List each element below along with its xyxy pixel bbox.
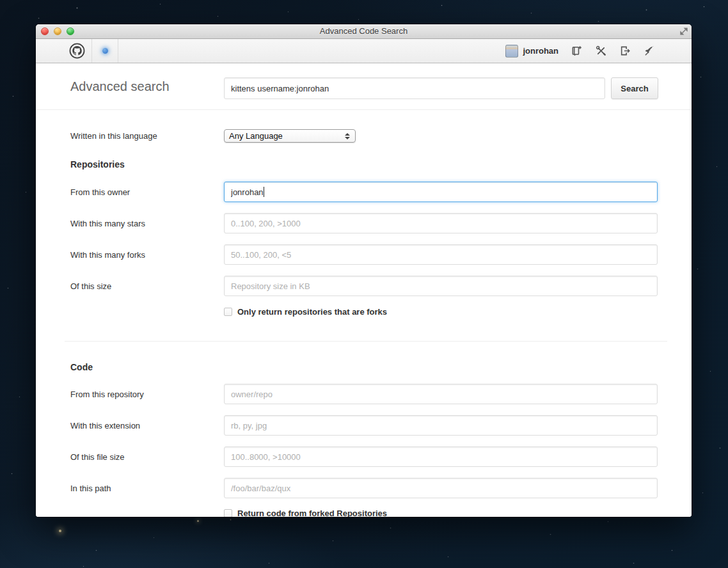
avatar[interactable] (505, 45, 518, 58)
username[interactable]: jonrohan (523, 46, 558, 56)
minimize-button[interactable] (54, 28, 61, 35)
forked-code-checkbox[interactable] (224, 509, 232, 517)
stars-label: With this many stars (70, 219, 145, 228)
user-menu[interactable]: jonrohan (505, 45, 558, 58)
bright-star (197, 520, 199, 522)
extension-input[interactable] (224, 415, 658, 436)
tools-icon[interactable] (595, 45, 607, 57)
repository-input[interactable] (224, 384, 658, 404)
section-divider (36, 109, 692, 110)
path-label: In this path (70, 484, 111, 493)
bright-star (59, 530, 61, 532)
file-size-input[interactable] (224, 446, 658, 467)
text-caret (264, 187, 264, 197)
repository-label: From this repository (70, 390, 144, 399)
path-input[interactable] (224, 478, 658, 498)
owner-input[interactable] (224, 182, 658, 202)
repo-size-label: Of this size (70, 281, 111, 291)
github-logo-icon[interactable] (69, 43, 85, 59)
owner-label: From this owner (70, 187, 130, 197)
language-select-value: Any Language (229, 131, 345, 141)
search-button[interactable]: Search (611, 77, 658, 99)
forks-only-checkbox[interactable] (224, 308, 232, 316)
create-repo-icon[interactable] (571, 45, 583, 57)
app-window: Advanced Code Search (36, 24, 692, 517)
repo-size-input[interactable] (224, 276, 658, 296)
github-header: jonrohan (36, 39, 692, 63)
forks-label: With this many forks (70, 250, 145, 260)
section-divider (65, 341, 667, 342)
select-stepper-icon (345, 133, 350, 139)
forked-code-checkbox-label[interactable]: Return code from forked Repositories (237, 509, 387, 517)
stars-input[interactable] (224, 213, 658, 233)
close-button[interactable] (41, 28, 49, 35)
notification-dot-icon[interactable] (102, 48, 108, 54)
page-content: Advanced search Search Written in this l… (36, 63, 692, 517)
notification-cell[interactable] (91, 39, 118, 63)
rocket-icon[interactable] (644, 45, 656, 57)
repositories-heading: Repositories (70, 159, 125, 170)
forks-only-checkbox-label[interactable]: Only return repositories that are forks (237, 307, 387, 317)
language-label: Written in this language (70, 131, 157, 141)
page-title: Advanced search (70, 79, 170, 94)
search-input[interactable] (224, 77, 605, 99)
extension-label: With this extension (70, 421, 140, 430)
titlebar[interactable]: Advanced Code Search (36, 24, 692, 39)
sign-out-icon[interactable] (619, 45, 631, 57)
window-title: Advanced Code Search (36, 24, 692, 38)
file-size-label: Of this file size (70, 452, 125, 462)
resize-icon[interactable] (679, 27, 688, 36)
starfield-background (0, 0, 1, 1)
forks-input[interactable] (224, 244, 658, 265)
language-select[interactable]: Any Language (224, 129, 356, 143)
zoom-button[interactable] (67, 28, 74, 35)
code-heading: Code (70, 362, 93, 372)
